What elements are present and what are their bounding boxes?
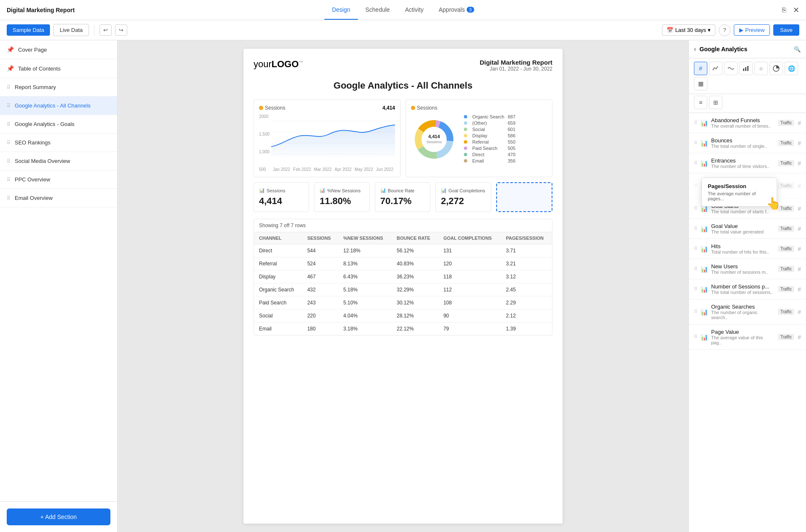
table-cell: 2.45 — [501, 283, 552, 296]
metric-hash-button[interactable]: # — [798, 120, 801, 126]
metric-info: Page Value The average value of this pag… — [711, 329, 775, 345]
filter-circle-button[interactable]: ○ — [754, 62, 768, 75]
filter-globe-button[interactable]: 🌐 — [785, 62, 798, 75]
metric-card-pages-session — [496, 182, 552, 212]
panel-back-button[interactable]: ‹ — [694, 45, 696, 53]
metric-item-new-users[interactable]: ⠿ 📊 New Users The number of sessions m..… — [689, 259, 806, 279]
metric-item-entrances[interactable]: ⠿ 📊 Entrances The number of time visitor… — [689, 153, 806, 173]
table-cell: 90 — [438, 309, 501, 322]
metric-cards: 📊 Sessions 4,414 📊 %New Sessions 11.80% … — [254, 182, 552, 212]
filter-list-button[interactable]: ≡ — [694, 96, 707, 109]
panel-search-button[interactable]: 🔍 — [794, 46, 801, 52]
metric-item-goal-value[interactable]: ⠿ 📊 Goal Value The total value generated… — [689, 219, 806, 239]
redo-button[interactable]: ↪ — [115, 24, 127, 36]
filter-pie-button[interactable] — [769, 62, 783, 75]
filter-line-button[interactable] — [709, 62, 722, 75]
filter-grid-button[interactable]: ▦ — [694, 77, 707, 90]
metric-badge: Traffic — [778, 309, 794, 315]
metric-card-label: 📊 %New Sessions — [319, 188, 364, 193]
drag-handle: ⠿ — [694, 266, 697, 272]
svg-rect-15 — [747, 66, 748, 71]
filter-wave-button[interactable] — [724, 62, 738, 75]
metric-item-bounces[interactable]: ⠿ 📊 Bounces The total number of single..… — [689, 133, 806, 153]
share-button[interactable]: ⎘ — [780, 5, 788, 16]
sidebar-item-all-channels[interactable]: ⠿ Google Analytics - All Channels — [0, 97, 117, 115]
sidebar-item-goals[interactable]: ⠿ Google Analytics - Goals — [0, 115, 117, 134]
metric-hash-button[interactable]: # — [798, 160, 801, 167]
metric-hash-button[interactable]: # — [798, 334, 801, 341]
metric-card-value: 70.17% — [380, 196, 425, 207]
table-cell: 1.39 — [501, 322, 552, 335]
sidebar-item-ppc[interactable]: ⠿ PPC Overview — [0, 170, 117, 189]
undo-button[interactable]: ↩ — [99, 24, 112, 36]
sidebar-item-seo[interactable]: ⠿ SEO Rankings — [0, 134, 117, 152]
metric-info: Abandoned Funnels The overall number of … — [711, 117, 775, 128]
legend-item: Paid Search505 — [464, 146, 516, 151]
metric-hash-button[interactable]: # — [798, 225, 801, 232]
metric-name: Organic Searches — [711, 304, 775, 310]
nav-approvals[interactable]: Approvals 3 — [431, 0, 482, 20]
metric-name: Abandoned Funnels — [711, 117, 775, 123]
metric-hash-button[interactable]: # — [798, 309, 801, 315]
legend-item: Referral550 — [464, 139, 516, 144]
metric-hash-button[interactable]: # — [798, 266, 801, 273]
metric-chart-icon: 📊 — [701, 286, 708, 293]
sidebar-item-email[interactable]: ⠿ Email Overview — [0, 189, 117, 207]
filter-hash-button[interactable]: # — [694, 62, 707, 75]
cursor-hand-icon: 👆 — [766, 197, 781, 210]
metric-name: Number of Sessions p... — [711, 283, 775, 290]
col-pages-session: PAGES/SESSION — [501, 232, 552, 244]
metric-item-number-sessions[interactable]: ⠿ 📊 Number of Sessions p... The total nu… — [689, 279, 806, 299]
nav-activity[interactable]: Activity — [398, 0, 431, 20]
orange-dot2 — [411, 106, 415, 110]
filter-bar-button[interactable] — [739, 62, 753, 75]
table-cell: 40.83% — [392, 257, 438, 270]
y-axis: 2000 1,500 1,000 500 — [259, 114, 271, 172]
nav-design[interactable]: Design — [324, 0, 358, 20]
pin-icon: 📌 — [7, 46, 14, 53]
svg-text:4,414: 4,414 — [428, 134, 440, 139]
panel-header: ‹ Google Analytics 🔍 — [689, 40, 806, 58]
live-data-button[interactable]: Live Data — [53, 24, 89, 36]
metric-chart-icon: 📊 — [701, 160, 708, 167]
toolbar-right: 📅 Last 30 days ▾ ? ▶ Preview Save — [662, 24, 799, 36]
metric-item-hits[interactable]: ⠿ 📊 Hits Total number of hits for this..… — [689, 239, 806, 259]
legend-item: (Other)659 — [464, 121, 516, 126]
sidebar-item-social[interactable]: ⠿ Social Media Overview — [0, 152, 117, 170]
table-row: Email1803.18%22.12%791.39 — [254, 322, 552, 335]
save-button[interactable]: Save — [773, 24, 799, 36]
sidebar-item-toc[interactable]: 📌 Table of Contents — [0, 59, 117, 78]
metric-name: New Users — [711, 263, 775, 270]
metric-item-abandoned-funnels[interactable]: ⠿ 📊 Abandoned Funnels The overall number… — [689, 113, 806, 133]
metric-item-organic-searches[interactable]: ⠿ 📊 Organic Searches The number of organ… — [689, 299, 806, 325]
metric-desc: The overall number of times.. — [711, 123, 775, 128]
metric-hash-button[interactable]: # — [798, 183, 801, 189]
sidebar-item-summary[interactable]: ⠿ Report Summary — [0, 78, 117, 97]
metric-card-sessions: 📊 Sessions 4,414 — [254, 182, 309, 212]
metric-hash-button[interactable]: # — [798, 205, 801, 212]
metric-hash-button[interactable]: # — [798, 140, 801, 147]
sidebar-item-cover[interactable]: 📌 Cover Page — [0, 40, 117, 59]
table-cell: 432 — [302, 283, 338, 296]
help-button[interactable]: ? — [719, 24, 730, 36]
report-section-title: Google Analytics - All Channels — [254, 80, 552, 91]
metric-desc: The total number of starts f.. — [711, 209, 775, 214]
drag-handle: ⠿ — [694, 183, 697, 189]
add-section-button[interactable]: + Add Section — [7, 508, 110, 525]
metric-hash-button[interactable]: # — [798, 286, 801, 293]
metric-chart-icon: 📊 — [701, 225, 708, 232]
metric-chart-icon: 📊 — [701, 266, 708, 273]
main-layout: 📌 Cover Page 📌 Table of Contents ⠿ Repor… — [0, 40, 806, 532]
sample-data-button[interactable]: Sample Data — [7, 24, 50, 36]
preview-button[interactable]: ▶ Preview — [734, 24, 770, 36]
metric-hash-button[interactable]: # — [798, 246, 801, 252]
metric-card-new-sessions: 📊 %New Sessions 11.80% — [314, 182, 369, 212]
nav-schedule[interactable]: Schedule — [358, 0, 397, 20]
filter-table-button[interactable]: ⊞ — [709, 96, 722, 109]
orange-dot — [259, 106, 263, 110]
metric-card-value: 2,272 — [441, 196, 485, 207]
date-range-button[interactable]: 📅 Last 30 days ▾ — [662, 24, 715, 36]
close-button[interactable]: ✕ — [793, 5, 799, 15]
metric-name: Page Value — [711, 329, 775, 335]
metric-item-page-value[interactable]: ⠿ 📊 Page Value The average value of this… — [689, 325, 806, 350]
